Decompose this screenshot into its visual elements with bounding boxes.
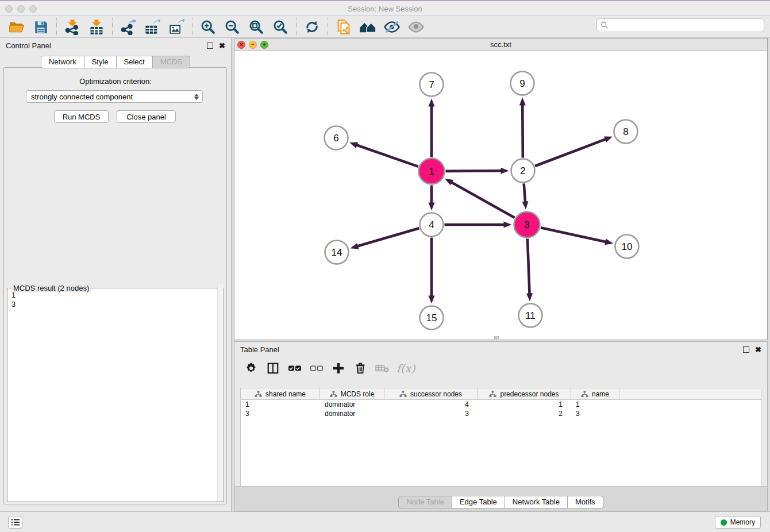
column-header-label: shared name: [265, 390, 306, 398]
edge-arrow-1-6: [349, 142, 358, 148]
close-panel-icon[interactable]: ✖: [219, 42, 225, 49]
tab-network-table[interactable]: Network Table: [505, 496, 568, 508]
node-label-7: 7: [429, 79, 434, 90]
zoom-in-icon[interactable]: [199, 18, 217, 36]
table-cell: 4: [384, 400, 478, 409]
window-titlebar: Session: New Session: [0, 0, 770, 16]
network-view-window: ✕ − + scc.txt 7968124314101511: [234, 38, 768, 340]
status-bar: Memory: [0, 511, 770, 532]
memory-button[interactable]: Memory: [715, 516, 761, 529]
edge-1-6[interactable]: [356, 145, 418, 167]
clone-network-icon[interactable]: [334, 18, 353, 36]
tab-network[interactable]: Network: [41, 56, 84, 68]
toolbar-separator: [112, 18, 113, 36]
export-table-icon[interactable]: [143, 18, 161, 36]
optimization-criterion-dropdown[interactable]: strongly connected component: [26, 90, 203, 103]
tab-edge-table[interactable]: Edge Table: [452, 496, 505, 508]
node-label-14: 14: [332, 247, 342, 258]
table-panel: Table Panel ✖ f(x) shared nameMCDS roles…: [234, 341, 768, 511]
unselect-all-columns-icon[interactable]: [308, 360, 325, 377]
add-column-icon[interactable]: [330, 360, 347, 377]
zoom-selected-icon[interactable]: [271, 18, 290, 36]
search-icon: [600, 21, 609, 29]
node-label-10: 10: [622, 241, 633, 252]
save-session-icon[interactable]: [32, 18, 50, 36]
refresh-icon[interactable]: [303, 18, 321, 36]
network-canvas[interactable]: 7968124314101511: [234, 51, 767, 340]
tab-node-table[interactable]: Node Table: [398, 496, 452, 508]
network-window-title: scc.txt: [234, 40, 767, 49]
gear-icon[interactable]: [242, 360, 260, 377]
table-cell: dominator: [320, 409, 384, 418]
delete-table-icon[interactable]: [374, 360, 391, 377]
edge-arrow-1-4: [429, 203, 435, 211]
table-row[interactable]: 1dominator411: [241, 400, 761, 409]
show-all-icon[interactable]: [407, 18, 425, 36]
zoom-fit-icon[interactable]: [247, 18, 265, 36]
zoom-out-icon[interactable]: [223, 18, 241, 36]
edge-2-9[interactable]: [522, 104, 523, 157]
edge-arrow-4-14: [351, 243, 359, 249]
import-network-icon[interactable]: [63, 18, 82, 36]
search-field[interactable]: [596, 18, 764, 32]
float-panel-icon[interactable]: [207, 43, 213, 49]
mcds-result-box: [7, 288, 224, 502]
network-canvas-svg: 7968124314101511: [234, 51, 767, 340]
node-label-6: 6: [333, 133, 338, 144]
result-scrollbar[interactable]: [217, 284, 224, 502]
tab-motifs[interactable]: Motifs: [568, 496, 603, 508]
function-builder-icon[interactable]: f(x): [396, 362, 415, 375]
edge-3-1[interactable]: [451, 182, 515, 218]
node-label-1: 1: [429, 166, 434, 177]
select-all-columns-icon[interactable]: [286, 360, 303, 377]
control-panel-tabs: NetworkStyleSelectMCDS: [0, 56, 231, 68]
toolbar-separator: [56, 18, 57, 36]
column-header-shared-name[interactable]: shared name: [241, 388, 320, 399]
close-panel-button[interactable]: Close panel: [117, 110, 176, 123]
float-table-panel-icon[interactable]: [743, 346, 749, 353]
search-input[interactable]: [609, 21, 760, 30]
node-label-4: 4: [429, 219, 434, 230]
task-history-button[interactable]: [8, 516, 22, 529]
column-header-predecessor-nodes[interactable]: predecessor nodes: [478, 388, 571, 399]
tab-select[interactable]: Select: [117, 56, 153, 68]
delete-column-icon[interactable]: [352, 360, 369, 377]
column-header-name[interactable]: name: [571, 388, 619, 399]
first-neighbors-icon[interactable]: [359, 18, 377, 36]
edge-arrow-3-1: [445, 179, 453, 186]
edge-3-10[interactable]: [541, 228, 606, 242]
result-line: 3: [11, 300, 215, 309]
close-table-panel-icon[interactable]: ✖: [755, 346, 761, 353]
mcds-result-title: MCDS result (2 nodes): [11, 284, 91, 292]
split-view-icon[interactable]: [264, 360, 282, 377]
edge-arrow-3-10: [605, 238, 613, 245]
open-session-icon[interactable]: [7, 18, 26, 36]
hide-selected-icon[interactable]: [383, 18, 401, 36]
tab-mcds[interactable]: MCDS: [153, 56, 190, 68]
memory-label: Memory: [730, 518, 755, 526]
control-panel-title: Control Panel: [6, 41, 51, 50]
edge-arrow-2-8: [604, 137, 613, 142]
export-network-icon[interactable]: [119, 18, 137, 36]
table-toolbar: f(x): [240, 357, 761, 380]
table-cell: 2: [478, 409, 571, 418]
run-mcds-button[interactable]: Run MCDS: [54, 110, 109, 123]
toolbar-separator: [328, 18, 328, 36]
import-table-icon[interactable]: [87, 18, 106, 36]
column-header-MCDS-role[interactable]: MCDS role: [320, 388, 384, 399]
export-image-icon[interactable]: [167, 18, 186, 36]
table-cell: 3: [241, 409, 320, 418]
tab-style[interactable]: Style: [84, 56, 117, 68]
edge-4-14[interactable]: [357, 228, 419, 246]
edge-2-3[interactable]: [524, 183, 525, 202]
edge-3-11[interactable]: [528, 238, 530, 294]
column-header-successor-nodes[interactable]: successor nodes: [384, 388, 478, 399]
table-body: 1dominator4113dominator323: [241, 400, 761, 418]
column-header-label: name: [592, 390, 609, 398]
edge-2-8[interactable]: [535, 139, 606, 166]
network-window-titlebar: ✕ − + scc.txt: [234, 38, 767, 51]
edge-1-2[interactable]: [445, 171, 502, 171]
column-header-label: predecessor nodes: [500, 390, 559, 398]
splitter-handle[interactable]: [494, 336, 499, 339]
table-row[interactable]: 3dominator323: [241, 409, 761, 418]
